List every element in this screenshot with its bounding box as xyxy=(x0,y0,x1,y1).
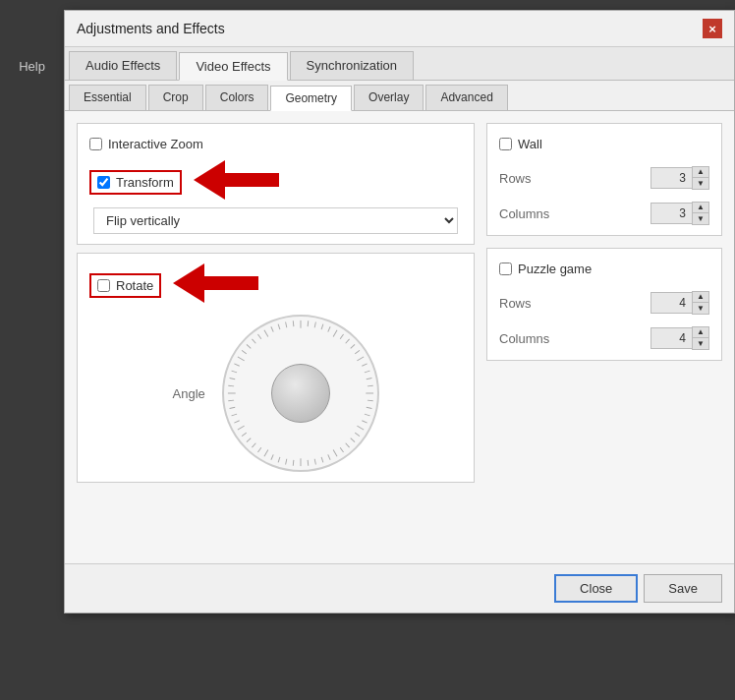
svg-line-57 xyxy=(278,324,280,330)
puzzle-columns-up-button[interactable]: ▲ xyxy=(693,327,708,338)
svg-line-23 xyxy=(345,443,349,447)
svg-line-20 xyxy=(357,426,364,430)
close-dialog-button[interactable]: Close xyxy=(554,574,638,603)
arrow-body-icon xyxy=(225,173,279,187)
wall-checkbox[interactable] xyxy=(499,138,512,150)
wall-rows-spinner: 3 ▲ ▼ xyxy=(650,166,709,190)
svg-line-58 xyxy=(285,322,286,328)
puzzle-columns-down-button[interactable]: ▼ xyxy=(693,338,708,349)
tab-geometry[interactable]: Geometry xyxy=(270,86,352,111)
svg-line-27 xyxy=(321,457,323,463)
svg-line-1 xyxy=(308,321,309,326)
wall-columns-up-button[interactable]: ▲ xyxy=(693,203,708,213)
svg-line-21 xyxy=(355,433,360,436)
svg-line-36 xyxy=(257,447,260,452)
angle-knob[interactable]: 0 xyxy=(222,315,379,472)
dialog-titlebar: Adjustments and Effects × xyxy=(65,11,734,47)
transform-label: Transform xyxy=(116,175,174,190)
puzzle-columns-row: Columns 4 ▲ ▼ xyxy=(499,326,709,350)
content-area: Interactive Zoom Transform Flip v xyxy=(65,111,734,563)
svg-line-16 xyxy=(367,400,372,401)
transform-highlight: Transform xyxy=(89,170,182,195)
puzzle-columns-spinner: 4 ▲ ▼ xyxy=(650,326,709,350)
svg-line-39 xyxy=(242,433,247,436)
save-button[interactable]: Save xyxy=(644,574,722,603)
puzzle-columns-value: 4 xyxy=(650,327,692,349)
svg-line-4 xyxy=(327,326,329,331)
svg-line-29 xyxy=(308,460,309,466)
tab-video-effects[interactable]: Video Effects xyxy=(179,52,287,81)
puzzle-row: Puzzle game xyxy=(499,259,709,279)
tab-audio-effects[interactable]: Audio Effects xyxy=(69,51,177,80)
rotate-section: Rotate Angle xyxy=(77,253,475,483)
close-button[interactable]: × xyxy=(703,19,722,38)
sub-tabs: Essential Crop Colors Geometry Overlay A… xyxy=(65,81,734,111)
tab-synchronization[interactable]: Synchronization xyxy=(290,51,415,80)
svg-line-22 xyxy=(350,438,354,442)
transform-arrow xyxy=(194,160,279,200)
rotate-checkbox[interactable] xyxy=(97,279,110,292)
svg-line-5 xyxy=(333,330,337,337)
flip-dropdown-row: Flip vertically Flip horizontally None xyxy=(89,207,462,234)
puzzle-checkbox[interactable] xyxy=(499,262,512,275)
transform-checkbox[interactable] xyxy=(97,176,110,189)
svg-line-13 xyxy=(366,379,371,379)
puzzle-rows-label: Rows xyxy=(499,296,532,311)
help-sidebar: Help xyxy=(0,0,64,700)
svg-line-46 xyxy=(228,385,234,386)
tab-overlay[interactable]: Overlay xyxy=(354,85,424,110)
wall-columns-row: Columns 3 ▲ ▼ xyxy=(499,202,709,225)
flip-select[interactable]: Flip vertically Flip horizontally None xyxy=(93,207,458,234)
main-tabs: Audio Effects Video Effects Synchronizat… xyxy=(65,47,734,81)
interactive-zoom-checkbox[interactable] xyxy=(89,138,102,150)
wall-rows-row: Rows 3 ▲ ▼ xyxy=(499,166,709,190)
help-label: Help xyxy=(19,59,45,74)
tab-essential[interactable]: Essential xyxy=(69,85,146,110)
svg-line-34 xyxy=(270,454,272,459)
svg-line-40 xyxy=(237,426,244,430)
left-panel: Interactive Zoom Transform Flip v xyxy=(77,123,475,552)
rotate-arrow xyxy=(173,263,258,303)
rotate-arrow-body-icon xyxy=(204,276,258,290)
transform-section: Interactive Zoom Transform Flip v xyxy=(77,123,475,245)
svg-line-50 xyxy=(237,357,244,361)
svg-line-42 xyxy=(231,414,237,416)
knob-outer: 0 xyxy=(222,315,379,472)
rotate-highlight: Rotate xyxy=(89,273,161,298)
puzzle-rows-row: Rows 4 ▲ ▼ xyxy=(499,291,709,315)
puzzle-rows-up-button[interactable]: ▲ xyxy=(693,292,708,303)
puzzle-columns-label: Columns xyxy=(499,331,549,346)
puzzle-rows-spinner-buttons: ▲ ▼ xyxy=(692,291,709,315)
right-panel: Wall Rows 3 ▲ ▼ Columns 3 xyxy=(486,123,722,552)
wall-columns-down-button[interactable]: ▼ xyxy=(693,213,708,224)
svg-line-37 xyxy=(252,443,255,447)
zero-label: 0 xyxy=(357,460,363,472)
puzzle-rows-down-button[interactable]: ▼ xyxy=(693,303,708,314)
puzzle-label: Puzzle game xyxy=(518,262,592,276)
svg-line-7 xyxy=(345,339,349,343)
svg-line-47 xyxy=(229,379,235,379)
tab-colors[interactable]: Colors xyxy=(205,85,269,110)
puzzle-rows-spinner: 4 ▲ ▼ xyxy=(650,291,709,315)
wall-rows-value: 3 xyxy=(650,167,692,189)
tab-advanced[interactable]: Advanced xyxy=(425,85,507,110)
svg-line-2 xyxy=(314,322,315,328)
angle-label: Angle xyxy=(173,386,212,401)
tab-crop[interactable]: Crop xyxy=(148,85,203,110)
wall-columns-spinner-buttons: ▲ ▼ xyxy=(692,202,709,225)
svg-line-33 xyxy=(278,457,280,463)
svg-line-24 xyxy=(340,447,343,452)
svg-line-55 xyxy=(263,330,267,337)
dialog-title: Adjustments and Effects xyxy=(77,21,225,36)
svg-line-3 xyxy=(321,324,323,330)
svg-line-31 xyxy=(293,460,294,466)
svg-line-49 xyxy=(234,364,239,366)
rotate-label: Rotate xyxy=(116,278,153,293)
wall-rows-down-button[interactable]: ▼ xyxy=(693,178,708,189)
wall-rows-label: Rows xyxy=(499,171,532,186)
svg-line-48 xyxy=(231,371,237,373)
svg-line-53 xyxy=(252,339,255,343)
wall-rows-up-button[interactable]: ▲ xyxy=(693,167,708,178)
svg-line-54 xyxy=(257,334,260,339)
svg-line-26 xyxy=(327,454,329,459)
